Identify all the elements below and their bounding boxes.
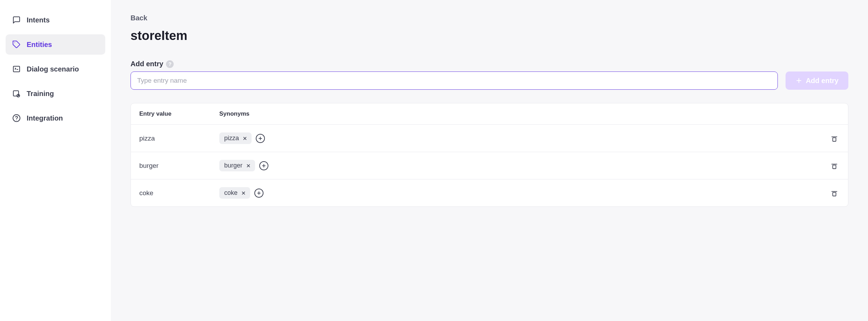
- synonyms-cell: coke: [219, 187, 822, 199]
- table-row: burger burger: [131, 152, 848, 179]
- actions-cell: [822, 188, 840, 198]
- terminal-icon: [12, 64, 21, 74]
- table-row: pizza pizza: [131, 125, 848, 152]
- sidebar-item-label: Dialog scenario: [27, 65, 79, 73]
- actions-cell: [822, 133, 840, 144]
- tag-icon: [12, 40, 21, 49]
- chat-icon: [12, 15, 21, 25]
- add-entry-label-row: Add entry ?: [131, 60, 848, 68]
- add-entry-button[interactable]: Add entry: [786, 71, 848, 90]
- svg-rect-14: [833, 138, 836, 141]
- close-icon[interactable]: [240, 190, 247, 196]
- entry-name-input[interactable]: [131, 71, 778, 90]
- synonym-chip: coke: [219, 187, 250, 199]
- plus-icon: [795, 77, 802, 84]
- sidebar-item-label: Intents: [27, 16, 50, 24]
- add-entry-label: Add entry: [131, 60, 163, 68]
- input-row: Add entry: [131, 71, 848, 90]
- svg-rect-1: [13, 66, 20, 72]
- delete-button[interactable]: [829, 160, 840, 171]
- synonym-chip-label: pizza: [224, 135, 239, 142]
- sidebar-item-intents[interactable]: Intents: [6, 10, 105, 30]
- actions-cell: [822, 160, 840, 171]
- synonym-chip-label: coke: [224, 189, 238, 197]
- sidebar-item-dialog-scenario[interactable]: Dialog scenario: [6, 59, 105, 79]
- svg-rect-26: [833, 192, 836, 196]
- entry-value-cell[interactable]: coke: [139, 189, 219, 197]
- close-icon[interactable]: [242, 135, 248, 142]
- add-entry-button-label: Add entry: [806, 77, 839, 85]
- svg-rect-20: [833, 165, 836, 169]
- table-header: Entry value Synonyms: [131, 103, 848, 125]
- add-synonym-button[interactable]: [254, 189, 263, 198]
- delete-button[interactable]: [829, 133, 840, 144]
- main-content: Back storeItem Add entry ? Add entry Ent…: [111, 0, 868, 321]
- synonym-chip-label: burger: [224, 162, 242, 169]
- column-header-entry-value: Entry value: [139, 110, 219, 117]
- help-icon[interactable]: ?: [166, 60, 174, 68]
- table-row: coke coke: [131, 179, 848, 206]
- sidebar-item-label: Training: [27, 90, 54, 98]
- sidebar-item-entities[interactable]: Entities: [6, 34, 105, 55]
- entry-value-cell[interactable]: burger: [139, 162, 219, 170]
- training-icon: [12, 89, 21, 98]
- help-circle-icon: [12, 114, 21, 123]
- close-icon[interactable]: [245, 163, 252, 169]
- column-header-synonyms: Synonyms: [219, 110, 840, 117]
- sidebar-item-integration[interactable]: Integration: [6, 108, 105, 128]
- add-synonym-button[interactable]: [259, 161, 268, 170]
- synonym-chip: burger: [219, 160, 255, 171]
- svg-rect-3: [13, 91, 19, 96]
- entry-value-cell[interactable]: pizza: [139, 135, 219, 142]
- page-title: storeItem: [131, 28, 848, 43]
- add-synonym-button[interactable]: [256, 134, 265, 143]
- delete-button[interactable]: [829, 188, 840, 198]
- entries-table: Entry value Synonyms pizza pizza: [131, 103, 848, 207]
- sidebar-item-label: Integration: [27, 114, 63, 122]
- synonyms-cell: burger: [219, 160, 822, 171]
- sidebar-item-label: Entities: [27, 41, 52, 49]
- sidebar: Intents Entities Dialog scenario: [0, 0, 111, 321]
- sidebar-item-training[interactable]: Training: [6, 83, 105, 104]
- synonym-chip: pizza: [219, 132, 252, 144]
- back-link[interactable]: Back: [131, 14, 147, 22]
- synonyms-cell: pizza: [219, 132, 822, 144]
